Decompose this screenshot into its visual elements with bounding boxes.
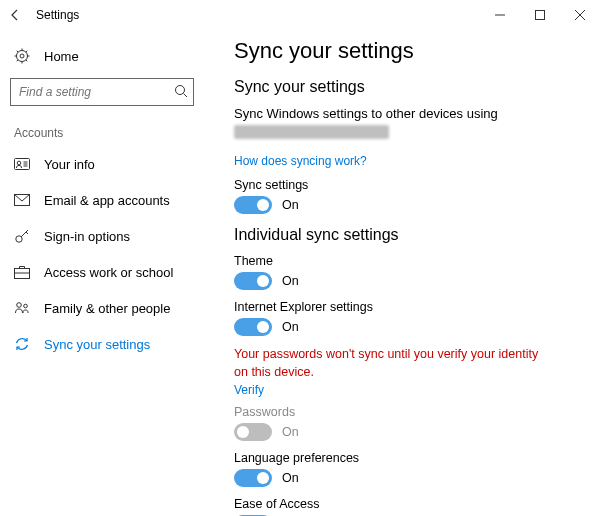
people-icon bbox=[14, 300, 30, 316]
page-title: Sync your settings bbox=[234, 38, 582, 64]
home-label: Home bbox=[44, 49, 79, 64]
redacted-account bbox=[234, 125, 389, 139]
svg-line-24 bbox=[26, 232, 28, 234]
sidebar-item-your-info[interactable]: Your info bbox=[0, 146, 204, 182]
sidebar-item-email[interactable]: Email & app accounts bbox=[0, 182, 204, 218]
sidebar-item-label: Sign-in options bbox=[44, 229, 130, 244]
svg-rect-1 bbox=[536, 11, 545, 20]
passwords-toggle bbox=[234, 423, 272, 441]
toggle-state: On bbox=[282, 471, 299, 485]
sidebar-item-label: Sync your settings bbox=[44, 337, 150, 352]
svg-line-15 bbox=[184, 94, 188, 98]
sync-settings-toggle[interactable] bbox=[234, 196, 272, 214]
svg-point-4 bbox=[17, 51, 28, 62]
toggle-state: On bbox=[282, 320, 299, 334]
passwords-label: Passwords bbox=[234, 405, 582, 419]
sync-icon bbox=[14, 336, 30, 352]
theme-label: Theme bbox=[234, 254, 582, 268]
titlebar: Settings bbox=[0, 0, 600, 30]
id-card-icon bbox=[14, 156, 30, 172]
ie-label: Internet Explorer settings bbox=[234, 300, 582, 314]
sidebar-item-sync[interactable]: Sync your settings bbox=[0, 326, 204, 362]
sidebar-item-label: Family & other people bbox=[44, 301, 170, 316]
warning-text: Your passwords won't sync until you veri… bbox=[234, 346, 554, 381]
sidebar-item-work[interactable]: Access work or school bbox=[0, 254, 204, 290]
search-box[interactable] bbox=[10, 78, 194, 106]
svg-point-5 bbox=[20, 54, 24, 58]
key-icon bbox=[14, 228, 30, 244]
sidebar-item-label: Access work or school bbox=[44, 265, 173, 280]
svg-line-10 bbox=[17, 51, 18, 52]
window-title: Settings bbox=[36, 8, 79, 22]
svg-line-13 bbox=[26, 51, 27, 52]
svg-point-27 bbox=[17, 303, 22, 308]
section-heading: Accounts bbox=[0, 116, 204, 146]
toggle-state: On bbox=[282, 425, 299, 439]
back-button[interactable] bbox=[0, 0, 30, 30]
subheading: Sync your settings bbox=[234, 78, 582, 96]
language-toggle[interactable] bbox=[234, 469, 272, 487]
sidebar: Home Accounts Your info Email & app acco… bbox=[0, 30, 204, 516]
language-label: Language preferences bbox=[234, 451, 582, 465]
ie-toggle[interactable] bbox=[234, 318, 272, 336]
sidebar-item-label: Email & app accounts bbox=[44, 193, 170, 208]
ease-label: Ease of Access bbox=[234, 497, 582, 511]
svg-point-14 bbox=[176, 86, 185, 95]
sidebar-item-label: Your info bbox=[44, 157, 95, 172]
briefcase-icon bbox=[14, 264, 30, 280]
minimize-button[interactable] bbox=[480, 0, 520, 30]
svg-line-12 bbox=[17, 60, 18, 61]
description-text: Sync Windows settings to other devices u… bbox=[234, 106, 582, 121]
svg-point-28 bbox=[24, 304, 28, 308]
sync-settings-label: Sync settings bbox=[234, 178, 582, 192]
toggle-state: On bbox=[282, 198, 299, 212]
gear-icon bbox=[14, 48, 30, 64]
verify-link[interactable]: Verify bbox=[234, 383, 582, 397]
search-icon bbox=[174, 84, 188, 98]
close-button[interactable] bbox=[560, 0, 600, 30]
home-button[interactable]: Home bbox=[0, 38, 204, 74]
maximize-button[interactable] bbox=[520, 0, 560, 30]
toggle-state: On bbox=[282, 274, 299, 288]
mail-icon bbox=[14, 192, 30, 208]
search-input[interactable] bbox=[10, 78, 194, 106]
theme-toggle[interactable] bbox=[234, 272, 272, 290]
individual-heading: Individual sync settings bbox=[234, 226, 582, 244]
sidebar-item-family[interactable]: Family & other people bbox=[0, 290, 204, 326]
help-link[interactable]: How does syncing work? bbox=[234, 154, 582, 168]
sidebar-item-signin[interactable]: Sign-in options bbox=[0, 218, 204, 254]
svg-point-17 bbox=[17, 161, 21, 165]
svg-line-11 bbox=[26, 60, 27, 61]
content-area: Sync your settings Sync your settings Sy… bbox=[204, 30, 600, 516]
